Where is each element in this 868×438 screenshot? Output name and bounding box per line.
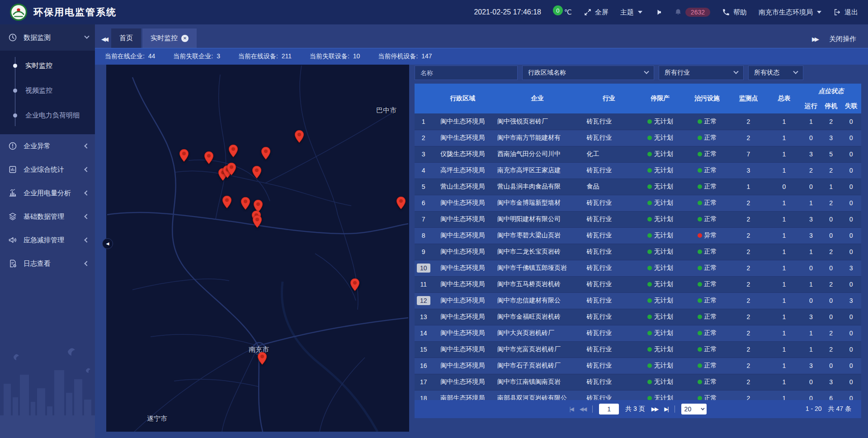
table-row[interactable]: 6阆中生态环境局阆中市金博瑞新型墙材砖瓦行业无计划正常21120 xyxy=(415,195,861,211)
theme-dropdown[interactable]: 主题 xyxy=(620,8,642,17)
cell-production-status: 无计划 xyxy=(636,276,685,292)
table-row[interactable]: 14阆中生态环境局阆中大兴页岩机砖厂砖瓦行业无计划正常21120 xyxy=(415,325,861,341)
industry-select[interactable]: 所有行业 xyxy=(659,66,744,80)
scroll-tabs-left-button[interactable]: ◀◀ xyxy=(98,36,111,48)
cell-facility-status: 正常 xyxy=(685,341,730,358)
voice-toggle-button[interactable] xyxy=(654,8,662,16)
cell-company: 南充市高坪区王家店建 xyxy=(493,162,582,179)
cell-total-meters: 1 xyxy=(767,227,801,244)
cell-index: 15 xyxy=(415,341,433,358)
organization-dropdown[interactable]: 南充市生态环境局 xyxy=(759,8,821,17)
next-page-button[interactable]: ▶▶ xyxy=(651,406,658,412)
table-row[interactable]: 8阆中生态环境局阆中市枣碧大梁山页岩砖瓦行业无计划异常21300 xyxy=(415,227,861,244)
map-pin-icon[interactable] xyxy=(261,146,271,160)
chevron-down-icon xyxy=(733,69,738,74)
table-row[interactable]: 2阆中生态环境局阆中市南方节能建材有砖瓦行业无计划正常21030 xyxy=(415,130,861,146)
status-dot-icon xyxy=(698,282,702,287)
map-pin-icon[interactable] xyxy=(226,162,236,176)
first-page-button[interactable]: |◀ xyxy=(569,406,573,412)
table-row[interactable]: 4高坪生态环境局南充市高坪区王家店建砖瓦行业无计划正常31220 xyxy=(415,162,861,179)
logout-button[interactable]: 退出 xyxy=(833,8,858,17)
scroll-tabs-right-button[interactable]: ▶▶ xyxy=(812,36,817,42)
sidebar-item-7[interactable]: 日志查看 xyxy=(0,252,95,275)
column-header-5: 治污设施 xyxy=(685,84,730,113)
page-number-input[interactable] xyxy=(599,404,619,414)
sidebar-subitem-2[interactable]: 视频监控 xyxy=(0,78,95,103)
map-pin-icon[interactable] xyxy=(241,197,250,210)
table-row[interactable]: 13阆中生态环境局阆中市金福旺页岩机砖砖瓦行业无计划正常21300 xyxy=(415,309,861,325)
table-row[interactable]: 3仪陇生态环境局西南油气田分公司川中化工无计划正常71350 xyxy=(415,146,861,162)
sidebar-collapse-button[interactable]: ◀ xyxy=(102,238,113,249)
table-row[interactable]: 9阆中生态环境局阆中市二龙长宝页岩砖砖瓦行业无计划正常21120 xyxy=(415,244,861,260)
table-row[interactable]: 10阆中生态环境局阆中市千佛镇五郎垭页岩砖瓦行业无计划正常21003 xyxy=(415,260,861,276)
table-row[interactable]: 16阆中生态环境局阆中市石子页岩机砖厂砖瓦行业无计划正常21300 xyxy=(415,358,861,374)
cell-production-status: 无计划 xyxy=(636,113,685,130)
status-dot-icon xyxy=(647,136,652,140)
status-select[interactable]: 所有状态 xyxy=(748,66,803,80)
sidebar-item-label: 企业综合统计 xyxy=(24,165,64,174)
map-pin-icon[interactable] xyxy=(222,195,232,209)
cell-disconnected: 0 xyxy=(841,358,861,374)
cell-production-status: 无计划 xyxy=(636,211,685,227)
cell-industry: 砖瓦行业 xyxy=(582,309,636,325)
map-pin-icon[interactable] xyxy=(396,196,406,210)
map-pin-icon[interactable] xyxy=(350,278,360,292)
cell-disconnected: 0 xyxy=(841,341,861,358)
sidebar-item-5[interactable]: 基础数据管理 xyxy=(0,205,95,228)
table-row[interactable]: 12阆中生态环境局阆中市忠信建材有限公砖瓦行业无计划正常21003 xyxy=(415,292,861,309)
status-dot-icon xyxy=(647,282,652,287)
cell-total-meters: 1 xyxy=(767,325,801,341)
cell-stopped: 2 xyxy=(821,195,841,211)
cell-industry: 砖瓦行业 xyxy=(582,390,636,400)
sidebar-item-label: 应急减排管理 xyxy=(24,236,64,245)
map-pin-icon[interactable] xyxy=(252,165,262,179)
log-icon xyxy=(8,259,17,268)
sidebar-subitem-1[interactable]: 实时监控 xyxy=(0,53,95,78)
enterprise-table: 行政区域企业行业停限产治污设施监测点总表点位状态运行停机失联 1阆中生态环境局阆… xyxy=(415,84,861,400)
map-pin-icon[interactable] xyxy=(179,149,189,162)
last-page-button[interactable]: ▶| xyxy=(664,406,668,412)
cell-facility-status: 正常 xyxy=(685,374,730,390)
name-search-input[interactable] xyxy=(415,66,518,80)
sidebar-item-3[interactable]: 企业综合统计 xyxy=(0,158,95,181)
table-row[interactable]: 15阆中生态环境局阆中市光富页岩机砖厂砖瓦行业无计划正常21120 xyxy=(415,341,861,358)
table-row[interactable]: 18南部生态环境局南部县双河页岩砖有限公砖瓦行业无计划正常21060 xyxy=(415,390,861,400)
sidebar-item-1[interactable]: 数据监测 xyxy=(0,24,95,51)
map-pin-icon[interactable] xyxy=(294,130,304,143)
cell-region: 阆中生态环境局 xyxy=(433,227,493,244)
status-dot-icon xyxy=(698,233,702,238)
notification-button[interactable]: 2632 xyxy=(674,8,710,17)
cell-company: 阆中市金博瑞新型墙材 xyxy=(493,195,582,211)
table-row[interactable]: 11阆中生态环境局阆中市五马桥页岩机砖砖瓦行业无计划正常21120 xyxy=(415,276,861,292)
table-row[interactable]: 17阆中生态环境局阆中市江南镇阆南页岩砖瓦行业无计划正常21030 xyxy=(415,374,861,390)
prev-page-button[interactable]: ◀◀ xyxy=(580,406,586,412)
sidebar-item-2[interactable]: 企业异常 xyxy=(0,134,95,158)
table-row[interactable]: 7阆中生态环境局阆中明阳建材有限公司砖瓦行业无计划正常21300 xyxy=(415,211,861,227)
sidebar-item-6[interactable]: 应急减排管理 xyxy=(0,228,95,252)
tab-close-icon[interactable]: ✕ xyxy=(181,35,189,42)
region-select[interactable]: 行政区域名称 xyxy=(522,66,654,80)
status-dot-icon xyxy=(698,315,702,319)
table-row[interactable]: 5营山生态环境局营山县润丰肉食品有限食品无计划正常10010 xyxy=(415,179,861,195)
cell-industry: 砖瓦行业 xyxy=(582,113,636,130)
cell-facility-status: 正常 xyxy=(685,390,730,400)
help-button[interactable]: 帮助 xyxy=(722,8,747,17)
page-size-select[interactable]: 20 xyxy=(681,404,707,414)
tab-2[interactable]: 实时监控✕ xyxy=(142,28,197,48)
table-row[interactable]: 1阆中生态环境局阆中强锐页岩砖厂砖瓦行业无计划正常21120 xyxy=(415,113,861,130)
chevron-down-icon xyxy=(701,406,704,410)
map-canvas[interactable]: 巴中市南充市遂宁市 xyxy=(106,65,409,432)
sidebar-item-4[interactable]: 企业用电量分析 xyxy=(0,181,95,205)
cell-monitor-points: 2 xyxy=(730,130,768,146)
map-city-label: 巴中市 xyxy=(376,106,396,114)
map-pin-icon[interactable] xyxy=(252,215,262,228)
sidebar-subitem-3[interactable]: 企业电力负荷明细 xyxy=(0,103,95,128)
map-pin-icon[interactable] xyxy=(228,144,238,158)
fullscreen-button[interactable]: 全屏 xyxy=(584,8,609,17)
map-pin-icon[interactable] xyxy=(204,151,214,165)
close-operations-button[interactable]: 关闭操作 xyxy=(829,35,856,43)
map-pin-icon[interactable] xyxy=(257,352,267,365)
stat-item-4: 当前失联设备: 10 xyxy=(310,52,360,61)
status-dot-icon xyxy=(647,347,652,352)
tab-1[interactable]: 首页 xyxy=(111,28,141,48)
